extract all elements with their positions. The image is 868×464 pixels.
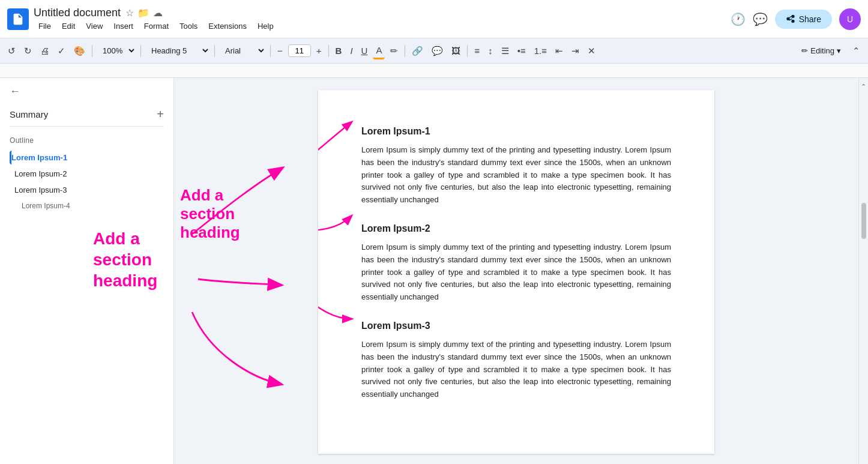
- font-size-decrease[interactable]: −: [274, 43, 286, 58]
- link-button[interactable]: 🔗: [409, 43, 426, 59]
- annotation-line1: Add a: [180, 186, 240, 205]
- avatar[interactable]: U: [839, 8, 861, 30]
- menu-format[interactable]: Format: [139, 20, 173, 32]
- cloud-icon[interactable]: ☁: [153, 7, 163, 19]
- outline-label: Outline: [10, 136, 164, 145]
- summary-header: Summary +: [10, 107, 164, 121]
- indent-increase-button[interactable]: ⇥: [568, 43, 582, 59]
- separator-5: [328, 45, 329, 57]
- doc-title-icons: ☆ 📁 ☁: [125, 7, 163, 19]
- folder-icon[interactable]: 📁: [137, 7, 149, 19]
- collapse-icon[interactable]: ⌃: [861, 83, 866, 91]
- italic-button[interactable]: I: [347, 43, 355, 58]
- body-2[interactable]: Lorem Ipsum is simply dummy text of the …: [361, 241, 671, 304]
- align-button[interactable]: ≡: [471, 43, 483, 58]
- bullet-list-button[interactable]: •≡: [514, 43, 529, 58]
- numbered-list-button[interactable]: 1.≡: [531, 43, 550, 58]
- outline-item-2[interactable]: Lorem Ipsum-2: [10, 167, 164, 181]
- menu-bar: File Edit View Insert Format Tools Exten…: [34, 20, 726, 32]
- body-3[interactable]: Lorem Ipsum is simply dummy text of the …: [361, 339, 671, 401]
- heading-2[interactable]: Lorem Ipsum-2: [361, 223, 671, 234]
- topbar: Untitled document ☆ 📁 ☁ File Edit View I…: [0, 0, 868, 38]
- comment-tb-button[interactable]: 💬: [429, 43, 446, 59]
- outline-item-1[interactable]: Lorem Ipsum-1: [10, 151, 164, 164]
- collapse-toolbar-button[interactable]: ⌃: [849, 43, 863, 59]
- doc-info: Untitled document ☆ 📁 ☁ File Edit View I…: [34, 7, 726, 32]
- history-icon[interactable]: 🕐: [731, 12, 746, 26]
- doc-title[interactable]: Untitled document: [34, 7, 121, 19]
- editing-button[interactable]: ✏ Editing ▾: [795, 44, 847, 58]
- menu-help[interactable]: Help: [253, 20, 279, 32]
- summary-section: Summary +: [10, 107, 164, 127]
- sidebar-back-button[interactable]: ←: [10, 85, 164, 98]
- clear-format-button[interactable]: ✕: [585, 43, 598, 59]
- annotation-text: Add a section heading: [180, 186, 240, 243]
- menu-edit[interactable]: Edit: [57, 20, 80, 32]
- indent-decrease-button[interactable]: ⇤: [552, 43, 566, 59]
- image-button[interactable]: 🖼: [448, 43, 463, 58]
- ruler: 2 1 1 2 3 4 5 6 7 8 9 10 11 12 13 14 15: [0, 64, 868, 78]
- app-icon: [7, 8, 29, 30]
- summary-add-button[interactable]: +: [157, 107, 164, 121]
- separator-6: [405, 45, 405, 57]
- separator-1: [92, 45, 92, 57]
- section-1: Lorem Ipsum-1 Lorem Ipsum is simply dumm…: [361, 126, 671, 206]
- font-select[interactable]: Arial: [219, 43, 267, 58]
- checklist-button[interactable]: ☰: [498, 43, 512, 59]
- text-color-button[interactable]: A: [373, 43, 385, 59]
- spellcheck-button[interactable]: ✓: [55, 43, 68, 59]
- outline-item-3[interactable]: Lorem Ipsum-3: [10, 183, 164, 197]
- heading-1[interactable]: Lorem Ipsum-1: [361, 126, 671, 137]
- zoom-select[interactable]: 100%: [96, 43, 137, 58]
- style-select[interactable]: Heading 5 Normal text Heading 1 Heading …: [145, 43, 211, 58]
- outline-item-4[interactable]: Lorem Ipsum-4: [10, 199, 164, 212]
- body-1[interactable]: Lorem Ipsum is simply dummy text of the …: [361, 144, 671, 206]
- sidebar: ← Summary + Outline Lorem Ipsum-1 Lorem …: [0, 78, 174, 464]
- document-page: Lorem Ipsum-1 Lorem Ipsum is simply dumm…: [318, 90, 714, 454]
- separator-7: [467, 45, 468, 57]
- comment-icon[interactable]: 💬: [753, 12, 768, 26]
- bold-button[interactable]: B: [333, 43, 345, 58]
- share-button[interactable]: Share: [775, 10, 832, 29]
- separator-3: [214, 45, 215, 57]
- right-panel: ⌃: [858, 78, 868, 464]
- print-button[interactable]: 🖨: [37, 43, 52, 58]
- scrollbar-thumb[interactable]: [861, 203, 866, 239]
- heading-3[interactable]: Lorem Ipsum-3: [361, 321, 671, 331]
- menu-extensions[interactable]: Extensions: [203, 20, 252, 32]
- document-area[interactable]: Lorem Ipsum-1 Lorem Ipsum is simply dumm…: [174, 78, 858, 464]
- highlight-button[interactable]: ✏: [387, 43, 401, 59]
- star-icon[interactable]: ☆: [125, 7, 134, 19]
- main-content: ← Summary + Outline Lorem Ipsum-1 Lorem …: [0, 78, 868, 464]
- menu-view[interactable]: View: [81, 20, 107, 32]
- redo-button[interactable]: ↻: [21, 43, 35, 59]
- toolbar: ↺ ↻ 🖨 ✓ 🎨 100% Heading 5 Normal text Hea…: [0, 38, 868, 64]
- font-size-input[interactable]: [288, 44, 311, 57]
- line-spacing-button[interactable]: ↕: [485, 43, 496, 58]
- summary-divider: [10, 126, 164, 127]
- doc-title-row: Untitled document ☆ 📁 ☁: [34, 7, 726, 19]
- undo-button[interactable]: ↺: [5, 43, 19, 59]
- annotation-line3: heading: [180, 223, 240, 242]
- menu-tools[interactable]: Tools: [175, 20, 202, 32]
- paint-format-button[interactable]: 🎨: [71, 43, 88, 59]
- separator-4: [270, 45, 271, 57]
- editing-label: Editing: [810, 46, 834, 55]
- share-label: Share: [799, 14, 821, 24]
- font-size-increase[interactable]: +: [313, 43, 325, 58]
- section-2: Lorem Ipsum-2 Lorem Ipsum is simply dumm…: [361, 223, 671, 304]
- section-3: Lorem Ipsum-3 Lorem Ipsum is simply dumm…: [361, 321, 671, 401]
- menu-file[interactable]: File: [34, 20, 56, 32]
- separator-2: [140, 45, 141, 57]
- menu-insert[interactable]: Insert: [109, 20, 138, 32]
- topbar-right: 🕐 💬 Share U: [731, 8, 861, 30]
- annotation-line2: section: [180, 205, 240, 223]
- summary-title: Summary: [10, 109, 48, 119]
- underline-button[interactable]: U: [358, 43, 371, 58]
